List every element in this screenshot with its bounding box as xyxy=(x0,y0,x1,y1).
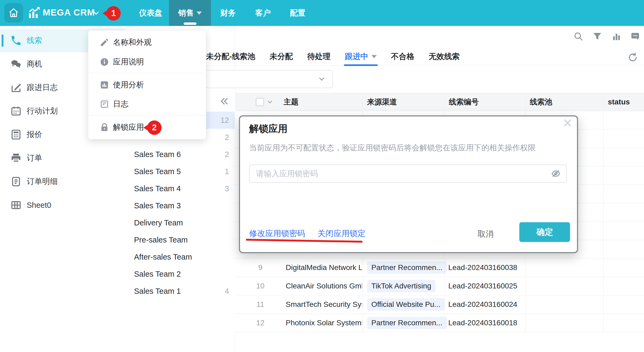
menu-item-app-description[interactable]: 应用说明 xyxy=(88,54,206,70)
sidebar-item-sheet0[interactable]: Sheet0 xyxy=(0,193,125,217)
nav-sales-chevron-down-icon xyxy=(197,11,202,15)
app-name: MEGA CRM xyxy=(43,7,95,18)
edit-note-icon xyxy=(10,82,22,93)
refresh-icon[interactable] xyxy=(628,52,638,62)
nav-customer[interactable]: 客户 xyxy=(248,0,278,26)
nav-dashboard[interactable]: 仪表盘 xyxy=(135,0,167,26)
channel-tag: TikTok Advertising xyxy=(367,280,436,292)
active-indicator-bar xyxy=(2,34,3,47)
table-row[interactable]: 12 Photonix Solar Systems Partner Recomm… xyxy=(235,314,644,332)
confirm-button[interactable]: 确定 xyxy=(519,222,570,242)
dialog-footer-links: 修改应用锁密码 关闭应用锁定 xyxy=(249,228,366,239)
close-icon[interactable]: ✕ xyxy=(562,116,573,131)
log-document-icon xyxy=(100,99,109,109)
view-tabs: 未分配-线索池 未分配 待处理 跟进中 不合格 无效线索 xyxy=(206,50,460,64)
chat-bubbles-icon xyxy=(10,58,22,70)
tab-unassigned[interactable]: 未分配 xyxy=(270,50,293,64)
team-row[interactable]: Sales Team 1 4 xyxy=(125,283,235,300)
menu-item-log[interactable]: 日志 xyxy=(88,96,206,112)
table-header-row: 主题 来源渠道 线索编号 线索池 status xyxy=(235,93,644,111)
annotation-badge-1: 1 xyxy=(106,6,121,21)
crm-app-window: MEGA CRM 仪表盘 销售 财务 客户 配置 1 xyxy=(0,0,644,352)
select-chevron-down-icon xyxy=(317,75,326,83)
document-list-icon xyxy=(10,176,22,187)
select-all-checkbox[interactable] xyxy=(256,98,264,106)
phone-icon xyxy=(10,35,22,46)
comment-icon[interactable] xyxy=(630,31,640,41)
column-header-lead-pool[interactable]: 线索池 xyxy=(530,97,552,107)
team-row[interactable]: Sales Team 5 1 xyxy=(125,163,235,180)
table-grid-icon xyxy=(10,199,22,211)
app-switcher-chevron-down-icon[interactable] xyxy=(92,9,100,17)
printer-icon xyxy=(10,152,22,164)
team-row[interactable]: Delivery Team xyxy=(125,214,235,231)
column-header-status[interactable]: status xyxy=(608,98,630,106)
table-row[interactable]: 10 CleanAir Solutions GmbH TikTok Advert… xyxy=(235,277,644,295)
channel-tag: Partner Recommen... xyxy=(367,261,447,274)
team-row[interactable]: Sales Team 2 xyxy=(125,265,235,283)
nav-active-indicator xyxy=(184,22,197,25)
bar-chart-icon[interactable] xyxy=(611,31,622,41)
team-row[interactable]: Sales Team 6 2 xyxy=(125,146,235,163)
app-options-menu: 名称和外观 应用说明 使用分析 日志 解锁应用 xyxy=(88,30,206,139)
menu-item-name-appearance[interactable]: 名称和外观 xyxy=(88,34,206,51)
team-row[interactable]: Sales Team 3 xyxy=(125,197,235,214)
cancel-button[interactable]: 取消 xyxy=(473,229,498,240)
nav-finance[interactable]: 财务 xyxy=(213,0,243,26)
password-field-wrapper xyxy=(249,165,567,183)
nav-config[interactable]: 配置 xyxy=(283,0,312,26)
filter-icon[interactable] xyxy=(592,31,602,41)
home-button[interactable] xyxy=(4,3,23,22)
lock-icon xyxy=(100,123,109,132)
tab-following-active[interactable]: 跟进中 xyxy=(345,50,377,64)
column-header-subject[interactable]: 主题 xyxy=(284,97,299,107)
annotation-badge-2: 2 xyxy=(147,120,162,135)
tab-unqualified[interactable]: 不合格 xyxy=(391,50,414,64)
team-row[interactable]: After-sales Team xyxy=(125,248,235,265)
collapse-panel-icon[interactable] xyxy=(219,96,230,107)
team-row[interactable]: Pre-sales Team xyxy=(125,231,235,248)
app-logo-icon xyxy=(27,6,41,20)
dialog-title: 解锁应用 xyxy=(249,122,288,135)
sidebar-item-order-details[interactable]: 订单明细 xyxy=(0,170,125,193)
home-icon xyxy=(8,7,19,18)
channel-tag: Partner Recommen... xyxy=(367,317,447,329)
info-icon xyxy=(100,57,109,67)
tab-invalid[interactable]: 无效线索 xyxy=(429,50,460,64)
analytics-icon xyxy=(100,80,109,90)
column-header-lead-no[interactable]: 线索编号 xyxy=(449,97,479,107)
topbar: MEGA CRM 仪表盘 销售 财务 客户 配置 xyxy=(0,0,644,26)
tab-chevron-down-icon[interactable] xyxy=(371,55,377,58)
calendar-icon xyxy=(10,105,22,117)
table-row[interactable]: 9 DigitalMedia Network Ltd Partner Recom… xyxy=(235,259,644,277)
eye-slash-icon[interactable] xyxy=(551,169,561,179)
checkbox-chevron-down-icon[interactable] xyxy=(266,99,273,105)
tab-pending[interactable]: 待处理 xyxy=(307,50,331,64)
change-lock-password-link[interactable]: 修改应用锁密码 xyxy=(249,228,305,239)
dialog-description: 当前应用为不可配置状态，验证应用锁密码后将会解锁您在该应用下的相关操作权限 xyxy=(249,143,536,153)
nav-sales-active[interactable]: 销售 xyxy=(169,0,211,26)
pencil-icon xyxy=(100,38,109,47)
calculator-icon xyxy=(10,129,22,140)
column-header-channel[interactable]: 来源渠道 xyxy=(367,97,397,107)
sidebar-item-orders[interactable]: 订单 xyxy=(0,146,125,170)
team-row[interactable]: Sales Team 4 3 xyxy=(125,180,235,197)
menu-divider xyxy=(88,73,206,73)
disable-app-lock-link[interactable]: 关闭应用锁定 xyxy=(317,228,366,239)
table-row[interactable]: 11 SmartTech Security Syst Official Webs… xyxy=(235,295,644,314)
unlock-app-dialog: ✕ 解锁应用 当前应用为不可配置状态，验证应用锁密码后将会解锁您在该应用下的相关… xyxy=(239,115,578,253)
menu-divider xyxy=(88,115,206,115)
tab-unassigned-pool[interactable]: 未分配-线索池 xyxy=(206,50,255,64)
search-icon[interactable] xyxy=(573,31,583,41)
channel-tag: Official Website Pu... xyxy=(367,298,445,311)
menu-item-usage-analytics[interactable]: 使用分析 xyxy=(88,77,206,93)
app-lock-password-input[interactable] xyxy=(250,165,566,182)
